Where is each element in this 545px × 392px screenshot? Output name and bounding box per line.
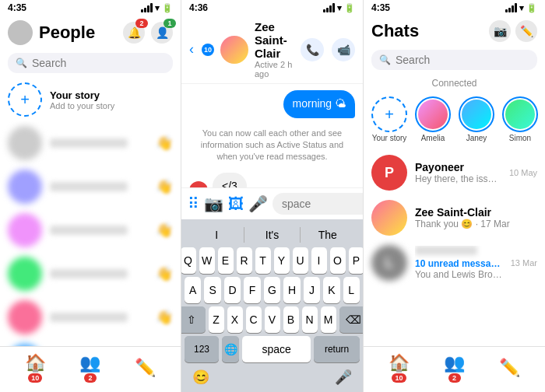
- key-c[interactable]: C: [246, 306, 262, 333]
- key-shift[interactable]: ⇧: [181, 306, 206, 333]
- chat-item-zee[interactable]: Zee Saint-Clair Thank you 😊 · 17 Mar: [364, 195, 545, 240]
- compose-button[interactable]: ✏️: [515, 20, 537, 42]
- key-space[interactable]: space: [242, 336, 311, 362]
- key-i[interactable]: I: [311, 247, 327, 274]
- key-g[interactable]: G: [264, 277, 280, 303]
- key-o[interactable]: O: [330, 247, 346, 274]
- key-s[interactable]: S: [204, 277, 220, 303]
- key-x[interactable]: X: [227, 306, 243, 333]
- payoneer-preview: Hey there, the issue here is t...: [415, 173, 501, 184]
- payoneer-info: Payoneer Hey there, the issue here is t.…: [415, 161, 501, 184]
- back-badge: 10: [202, 44, 214, 56]
- key-w[interactable]: W: [199, 247, 215, 274]
- user-avatar[interactable]: [8, 20, 33, 45]
- wifi-icon: ▾: [155, 3, 160, 13]
- search-bar-left[interactable]: 🔍: [8, 53, 173, 73]
- key-v[interactable]: V: [265, 306, 280, 333]
- story-label-add: Your story: [372, 134, 407, 142]
- key-emoji[interactable]: 🌐: [222, 336, 239, 362]
- profile-button[interactable]: 👤 1: [151, 22, 173, 44]
- chat-item-lewis[interactable]: L 10 unread messages You and Lewis Brook…: [364, 240, 545, 285]
- signal-icon-right: [505, 3, 517, 12]
- key-b[interactable]: B: [283, 306, 299, 333]
- add-story-circle[interactable]: +: [371, 96, 407, 132]
- nav-people[interactable]: 👥 2: [79, 353, 100, 383]
- story-simon[interactable]: Simon: [502, 96, 538, 142]
- keyboard-mic-icon[interactable]: 🎤: [335, 369, 352, 386]
- key-u[interactable]: U: [293, 247, 308, 274]
- key-123[interactable]: 123: [185, 336, 219, 362]
- key-f[interactable]: F: [244, 277, 260, 303]
- suggestion-3[interactable]: The: [301, 227, 355, 243]
- call-button[interactable]: 📞: [301, 38, 324, 61]
- status-time-left: 4:35: [8, 2, 26, 13]
- story-circle-janey[interactable]: [459, 96, 494, 132]
- bottom-nav-right: 🏠 10 👥 2 ✏️: [364, 346, 545, 392]
- key-j[interactable]: J: [304, 277, 320, 303]
- story-circle-amelia[interactable]: [415, 96, 451, 132]
- story-label-janey: Janey: [466, 134, 487, 142]
- sender-avatar: [189, 181, 208, 187]
- image-icon[interactable]: 🖼: [228, 195, 244, 213]
- key-r[interactable]: R: [237, 247, 252, 274]
- list-item[interactable]: 👋: [0, 252, 181, 296]
- list-item[interactable]: 👋: [0, 121, 181, 165]
- chat-item-payoneer[interactable]: P Payoneer Hey there, the issue here is …: [364, 150, 545, 195]
- story-janey[interactable]: Janey: [459, 96, 494, 142]
- camera-icon[interactable]: 📷: [204, 194, 223, 213]
- chat-header: ‹ 10 Zee Saint-Clair Active 2 h ago 📞 📹: [181, 16, 363, 84]
- story-amelia[interactable]: Amelia: [415, 96, 451, 142]
- chats-title: Chats: [371, 21, 484, 41]
- key-y[interactable]: Y: [274, 247, 290, 274]
- list-item[interactable]: 👋: [0, 296, 181, 339]
- story-avatar-amelia: [418, 100, 448, 129]
- suggestion-1[interactable]: I: [189, 227, 244, 243]
- nav-home-right[interactable]: 🏠 10: [389, 353, 410, 383]
- stories-row: + Your story Amelia Janey Simon Ruth: [364, 93, 545, 150]
- key-return[interactable]: return: [314, 336, 360, 362]
- search-bar-right[interactable]: 🔍: [371, 50, 537, 70]
- new-message-button[interactable]: 🔔 2: [123, 22, 145, 44]
- keyboard-emoji-icon[interactable]: 😊: [192, 369, 209, 386]
- key-n[interactable]: N: [302, 306, 318, 333]
- mic-icon[interactable]: 🎤: [248, 194, 268, 213]
- nav-people-right[interactable]: 👥 2: [444, 353, 465, 383]
- nav-edit-right[interactable]: ✏️: [499, 358, 520, 378]
- back-button[interactable]: ‹: [189, 41, 194, 58]
- add-story-button[interactable]: +: [8, 82, 42, 117]
- key-m[interactable]: M: [321, 306, 336, 333]
- key-e[interactable]: E: [218, 247, 234, 274]
- video-button[interactable]: 📹: [332, 38, 355, 61]
- key-backspace[interactable]: ⌫: [339, 306, 364, 333]
- home-icon-right: 🏠: [389, 353, 410, 373]
- list-item[interactable]: 👋: [0, 165, 181, 208]
- search-input-right[interactable]: [396, 54, 532, 66]
- camera-header-button[interactable]: 📷: [489, 20, 511, 42]
- your-story-row[interactable]: + Your story Add to your story: [0, 78, 181, 121]
- key-a[interactable]: A: [185, 277, 201, 303]
- edit-icon: ✏️: [135, 358, 156, 378]
- story-circle-simon[interactable]: [502, 96, 538, 132]
- lewis-avatar: L: [371, 245, 407, 281]
- list-item[interactable]: 👋: [0, 208, 181, 252]
- people-title: People: [39, 23, 117, 43]
- nav-edit[interactable]: ✏️: [135, 358, 156, 378]
- key-z[interactable]: Z: [209, 306, 224, 333]
- nav-home[interactable]: 🏠 10: [25, 353, 46, 383]
- list-item[interactable]: 👋: [0, 339, 181, 346]
- key-k[interactable]: K: [323, 277, 339, 303]
- suggestion-2[interactable]: It's: [244, 227, 300, 243]
- key-l[interactable]: L: [343, 277, 360, 303]
- key-q[interactable]: Q: [181, 247, 196, 274]
- chat-avatar: [220, 36, 248, 64]
- key-d[interactable]: D: [224, 277, 241, 303]
- zee-avatar: [371, 200, 407, 236]
- apps-icon[interactable]: ⠿: [188, 194, 199, 213]
- story-add[interactable]: + Your story: [371, 96, 407, 142]
- key-h[interactable]: H: [283, 277, 300, 303]
- message-input[interactable]: [272, 193, 364, 215]
- key-p[interactable]: P: [349, 247, 364, 274]
- home-badge: 10: [28, 373, 42, 383]
- key-t[interactable]: T: [255, 247, 271, 274]
- search-input-left[interactable]: [32, 57, 168, 69]
